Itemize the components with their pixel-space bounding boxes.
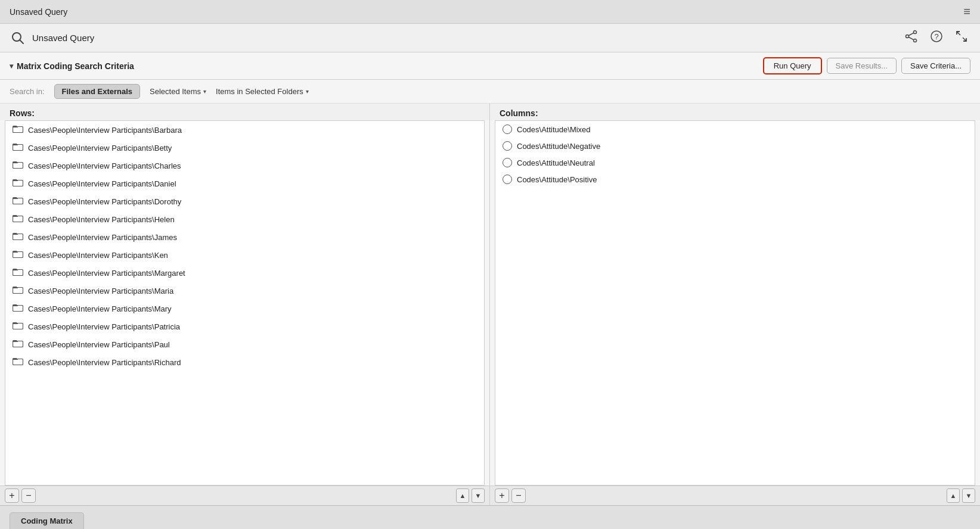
list-item-text: Cases\People\Interview Participants\Paul [28, 340, 170, 349]
rows-remove-button[interactable]: − [21, 488, 36, 503]
table-row[interactable]: Cases\People\Interview Participants\Hele… [5, 210, 484, 228]
rows-list[interactable]: Cases\People\Interview Participants\Barb… [5, 120, 485, 486]
columns-footer: + − ▲ ▼ [490, 486, 980, 505]
table-row[interactable]: Cases\People\Interview Participants\Patr… [5, 318, 484, 335]
columns-scroll-down-button[interactable]: ▼ [962, 488, 975, 503]
search-icon [10, 30, 26, 46]
rows-header: Rows: [0, 104, 489, 120]
folder-icon [13, 160, 23, 171]
folder-icon [13, 285, 23, 296]
list-item-text: Cases\People\Interview Participants\Barb… [28, 126, 182, 135]
table-row[interactable]: Cases\People\Interview Participants\Doro… [5, 192, 484, 210]
toolbar: Unsaved Query ? [0, 24, 980, 52]
radio-circle[interactable] [503, 141, 512, 151]
list-item-text: Codes\Attitude\Neutral [517, 158, 595, 167]
folder-icon [13, 214, 23, 225]
files-and-externals-button[interactable]: Files and Externals [54, 84, 141, 99]
search-in-row: Search in: Files and Externals Selected … [0, 80, 980, 104]
folder-icon [13, 267, 23, 278]
table-row[interactable]: Cases\People\Interview Participants\Mary [5, 300, 484, 318]
table-row[interactable]: Cases\People\Interview Participants\Rich… [5, 353, 484, 371]
svg-point-3 [906, 35, 909, 38]
criteria-chevron[interactable]: ▾ [10, 62, 13, 70]
search-in-label: Search in: [10, 87, 45, 96]
table-row[interactable]: Codes\Attitude\Mixed [495, 121, 975, 138]
columns-list[interactable]: Codes\Attitude\Mixed Codes\Attitude\Nega… [495, 120, 975, 486]
radio-circle[interactable] [503, 125, 512, 134]
criteria-title: ▾ Matrix Coding Search Criteria [10, 61, 134, 71]
help-button[interactable]: ? [928, 27, 945, 48]
rows-scroll-down-button[interactable]: ▼ [472, 488, 485, 503]
table-row[interactable]: Cases\People\Interview Participants\Barb… [5, 121, 484, 139]
columns-panel: Columns: Codes\Attitude\Mixed Codes\Atti… [490, 104, 980, 505]
table-row[interactable]: Cases\People\Interview Participants\Paul [5, 335, 484, 353]
svg-line-6 [908, 37, 914, 40]
svg-text:?: ? [934, 32, 938, 41]
toolbar-left: Unsaved Query [10, 30, 94, 46]
folder-icon [13, 196, 23, 207]
columns-remove-button[interactable]: − [511, 488, 526, 503]
share-button[interactable] [903, 27, 920, 48]
radio-circle[interactable] [503, 175, 512, 184]
table-row[interactable]: Cases\People\Interview Participants\Marg… [5, 264, 484, 282]
selected-items-button[interactable]: Selected Items ▾ [150, 87, 206, 96]
list-item-text: Cases\People\Interview Participants\Marg… [28, 269, 185, 278]
table-row[interactable]: Cases\People\Interview Participants\Ken [5, 246, 484, 264]
save-criteria-button[interactable]: Save Criteria... [901, 58, 970, 74]
list-item-text: Cases\People\Interview Participants\Ken [28, 251, 168, 260]
save-results-button[interactable]: Save Results... [827, 58, 897, 74]
collapse-button[interactable] [953, 27, 970, 48]
selected-items-dropdown-arrow: ▾ [203, 88, 206, 95]
list-item-text: Cases\People\Interview Participants\Doro… [28, 197, 181, 206]
rows-add-button[interactable]: + [5, 488, 19, 503]
main-content: Rows: Cases\People\Interview Participant… [0, 104, 980, 505]
folder-icon [13, 232, 23, 242]
list-item-text: Cases\People\Interview Participants\Bett… [28, 144, 172, 153]
folder-icon [13, 357, 23, 368]
table-row[interactable]: Cases\People\Interview Participants\Dani… [5, 175, 484, 192]
radio-circle[interactable] [503, 158, 512, 167]
rows-footer: + − ▲ ▼ [0, 486, 489, 505]
columns-scroll-up-button[interactable]: ▲ [947, 488, 960, 503]
list-item-text: Cases\People\Interview Participants\Mari… [28, 287, 173, 295]
list-item-text: Cases\People\Interview Participants\Rich… [28, 358, 181, 367]
criteria-bar: ▾ Matrix Coding Search Criteria Run Quer… [0, 52, 980, 80]
list-item-text: Cases\People\Interview Participants\Hele… [28, 215, 175, 224]
folder-icon [13, 178, 23, 189]
toolbar-right: ? [903, 27, 970, 48]
svg-line-9 [957, 32, 960, 35]
list-item-text: Cases\People\Interview Participants\Patr… [28, 322, 180, 331]
run-query-button[interactable]: Run Query [763, 57, 822, 74]
rows-panel: Rows: Cases\People\Interview Participant… [0, 104, 490, 505]
menu-icon[interactable]: ≡ [963, 5, 970, 18]
columns-add-button[interactable]: + [495, 488, 509, 503]
rows-scroll-up-button[interactable]: ▲ [456, 488, 469, 503]
coding-matrix-tab[interactable]: Coding Matrix [10, 512, 84, 529]
columns-header: Columns: [490, 104, 980, 120]
toolbar-title: Unsaved Query [32, 33, 94, 43]
table-row[interactable]: Codes\Attitude\Positive [495, 171, 975, 188]
table-row[interactable]: Codes\Attitude\Negative [495, 138, 975, 154]
svg-line-1 [20, 40, 24, 43]
list-item-text: Codes\Attitude\Positive [517, 175, 597, 184]
table-row[interactable]: Cases\People\Interview Participants\Jame… [5, 228, 484, 246]
list-item-text: Cases\People\Interview Participants\Mary [28, 304, 172, 313]
table-row[interactable]: Cases\People\Interview Participants\Mari… [5, 282, 484, 300]
list-item-text: Codes\Attitude\Negative [517, 142, 600, 151]
svg-point-2 [914, 31, 917, 34]
list-item-text: Cases\People\Interview Participants\Jame… [28, 233, 177, 242]
list-item-text: Cases\People\Interview Participants\Char… [28, 161, 181, 170]
folder-icon [13, 142, 23, 153]
table-row[interactable]: Cases\People\Interview Participants\Bett… [5, 139, 484, 157]
table-row[interactable]: Codes\Attitude\Neutral [495, 154, 975, 171]
svg-point-4 [914, 39, 917, 42]
folder-icon [13, 339, 23, 350]
svg-line-5 [908, 33, 914, 36]
folder-icon [13, 250, 23, 260]
folder-icon [13, 125, 23, 135]
table-row[interactable]: Cases\People\Interview Participants\Char… [5, 157, 484, 175]
bottom-bar: Coding Matrix [0, 505, 980, 529]
title-bar-title: Unsaved Query [10, 7, 67, 17]
items-in-selected-folders-button[interactable]: Items in Selected Folders ▾ [216, 87, 309, 96]
criteria-buttons: Run Query Save Results... Save Criteria.… [763, 57, 970, 74]
